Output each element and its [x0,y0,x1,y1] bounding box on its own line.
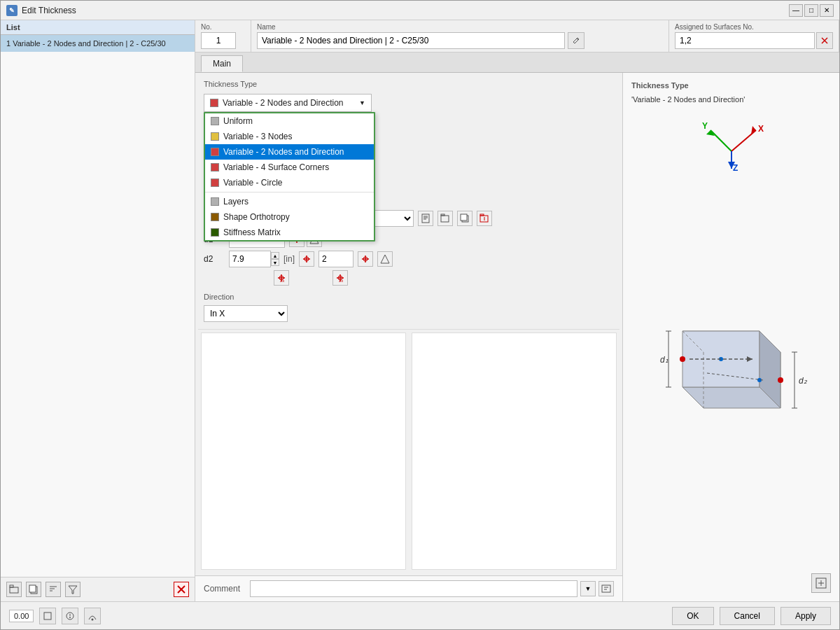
main-window: ✎ Edit Thickness — □ ✕ List 1 Variable -… [0,0,840,630]
option-uniform[interactable]: Uniform [205,113,374,129]
titlebar: ✎ Edit Thickness — □ ✕ [1,1,839,20]
thickness-type-label: Thickness Type [204,80,614,88]
d2-spin-group: ▲ ▼ [229,251,279,267]
app-icon: ✎ [6,5,18,16]
delete-button[interactable] [174,582,189,597]
no-input[interactable] [201,32,236,49]
option-variable-3nodes[interactable]: Variable - 3 Nodes [205,129,374,144]
svg-marker-7 [69,586,77,594]
name-input[interactable] [257,32,565,49]
svg-rect-18 [441,214,444,216]
v2n-label: Variable - 2 Nodes and Direction [223,147,344,157]
v4c-color [211,163,219,172]
comment-action-button[interactable] [598,581,614,596]
option-variable-4corners[interactable]: Variable - 4 Surface Corners [205,160,374,175]
maximize-button[interactable]: □ [804,4,818,17]
cancel-button[interactable]: Cancel [720,607,775,625]
svg-text:2x: 2x [280,279,284,283]
svg-point-72 [680,356,685,362]
comment-input[interactable] [250,580,578,597]
sort-button[interactable] [46,582,61,597]
close-button[interactable]: ✕ [820,4,834,17]
option-layers[interactable]: Layers [205,194,374,209]
so-color [211,213,219,221]
apply-button[interactable]: Apply [780,607,831,625]
v4c-label: Variable - 4 Surface Corners [223,162,329,172]
v2n-color [211,148,219,156]
name-row [257,32,663,49]
uniform-label: Uniform [223,116,253,126]
assigned-label: Assigned to Surfaces No. [675,23,833,31]
clear-assigned-button[interactable] [816,32,833,49]
info-action-button[interactable] [811,573,831,593]
right-panel-bottom [631,573,831,593]
d2-icon2[interactable] [358,251,373,267]
left-panel-toolbar [1,577,195,601]
right-area: No. Name Assigned to Surfaces No. [195,20,839,601]
d2-down-arrow[interactable]: ▼ [271,259,279,266]
vc-color [211,178,219,187]
main-content: List 1 Variable - 2 Nodes and Direction … [1,20,839,601]
d2-input[interactable] [229,251,271,267]
option-stiffness-matrix[interactable]: Stiffness Matrix [205,225,374,240]
material-delete-button[interactable] [477,211,492,226]
sm-color [211,228,219,237]
direction-select[interactable]: In X In Y In Z [204,305,288,322]
d2-spinners: ▲ ▼ [271,252,279,266]
content-top: Thickness Type Variable - 2 Nodes and Di… [195,73,622,329]
dialog-buttons: OK Cancel Apply [672,607,831,625]
d2-up-arrow[interactable]: ▲ [271,252,279,259]
thickness-type-dropdown-container: Variable - 2 Nodes and Direction ▼ Unifo… [204,94,614,112]
comment-section: Comment ▼ [195,575,622,601]
toolbar-icon3[interactable] [84,608,101,624]
d2-row: d2 ▲ ▼ [in] [204,251,614,267]
no-label: No. [201,23,245,31]
name-group: Name [251,20,669,52]
info-thickness-type-value: 'Variable - 2 Nodes and Direction' [631,95,831,104]
selected-text: Variable - 2 Nodes and Direction [223,98,359,108]
toolbar-icon1[interactable] [39,608,56,624]
extra-icon2[interactable]: 2x [332,270,348,286]
svg-point-85 [69,617,71,618]
left-panel: List 1 Variable - 2 Nodes and Direction … [1,20,195,601]
copy-item-button[interactable] [26,582,41,597]
add-item-button[interactable] [6,582,22,597]
svg-point-86 [92,618,94,620]
no-group: No. [195,20,251,52]
sm-label: Stiffness Matrix [223,227,281,237]
assigned-input[interactable] [675,32,815,49]
option-variable-circle[interactable]: Variable - Circle [205,175,374,190]
d2-icon3[interactable] [377,251,393,267]
material-book-button[interactable] [418,211,433,226]
tab-main[interactable]: Main [201,55,243,72]
svg-rect-44 [602,585,610,592]
top-form: No. Name Assigned to Surfaces No. [195,20,839,52]
d2-icon1[interactable] [299,251,314,267]
list-item[interactable]: 1 Variable - 2 Nodes and Direction | 2 -… [1,35,195,52]
material-copy-button[interactable] [457,211,472,226]
material-add-button[interactable] [438,211,453,226]
node2-input[interactable] [318,251,354,267]
svg-text:d₁: d₁ [660,355,668,365]
name-label: Name [257,23,663,31]
thickness-type-select[interactable]: Variable - 2 Nodes and Direction ▼ [204,94,372,112]
svg-text:2x: 2x [339,279,343,283]
uniform-color [211,117,219,125]
svg-text:Z: Z [733,163,738,172]
comment-dropdown-button[interactable]: ▼ [580,581,596,596]
so-label: Shape Orthotropy [223,212,290,222]
right-info-panel: Thickness Type 'Variable - 2 Nodes and D… [622,73,839,601]
v3n-color [211,132,219,141]
svg-marker-35 [381,255,389,263]
ok-button[interactable]: OK [672,607,713,625]
assigned-group: Assigned to Surfaces No. [669,20,839,52]
option-variable-2nodes[interactable]: Variable - 2 Nodes and Direction [205,144,374,160]
svg-text:X: X [758,124,764,134]
edit-name-button[interactable] [568,32,584,49]
minimize-button[interactable]: — [789,4,803,17]
extra-icon1[interactable]: 2x [274,270,289,286]
filter-button[interactable] [65,582,80,597]
toolbar-icon2[interactable] [62,608,78,624]
svg-rect-22 [480,214,484,216]
option-shape-orthotropy[interactable]: Shape Orthotropy [205,209,374,225]
